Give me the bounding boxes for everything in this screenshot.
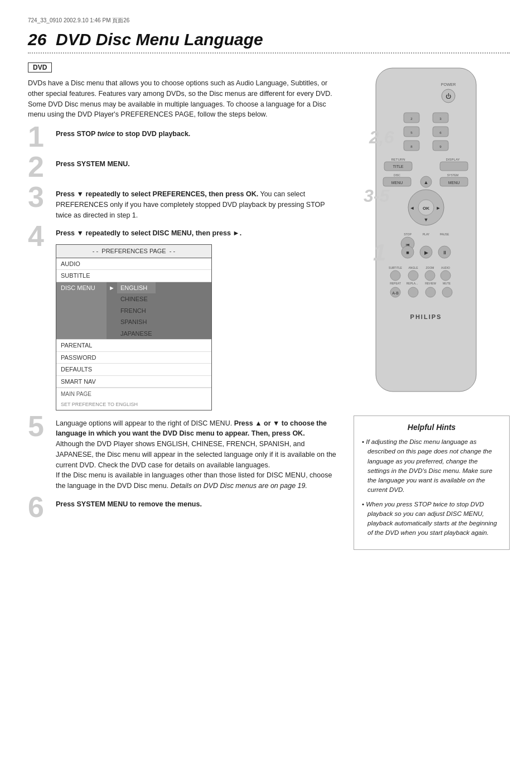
svg-text:STOP: STOP <box>404 233 412 236</box>
step-4-number: 4 <box>28 221 50 250</box>
page-meta: 724_33_0910 2002.9.10 1:46 PM 頁面26 <box>28 17 510 25</box>
prefs-row-subtitle: SUBTITLE <box>56 270 211 282</box>
prefs-row-parental: PARENTAL <box>56 340 211 352</box>
svg-text:■: ■ <box>406 250 409 255</box>
svg-text:DISPLAY: DISPLAY <box>446 158 460 161</box>
step-5: 5 Language options will appear to the ri… <box>28 416 342 491</box>
helpful-hints-box: Helpful Hints • If adjusting the Disc me… <box>354 416 510 550</box>
prefs-lang-english: ENGLISH <box>117 282 156 294</box>
step-5-number: 5 <box>28 412 50 441</box>
svg-text:⏻: ⏻ <box>446 93 451 99</box>
prefs-label-discmenu: DISC MENU <box>56 282 107 340</box>
svg-text:SYSTEM: SYSTEM <box>447 173 459 177</box>
svg-text:PAUSE: PAUSE <box>440 233 449 236</box>
prefs-bottom-mainpage: MAIN PAGE <box>56 388 211 400</box>
step-6-number: 6 <box>28 492 50 521</box>
svg-text:A-B: A-B <box>392 291 399 295</box>
svg-point-61 <box>425 287 436 297</box>
prefs-lang-french: FRENCH <box>117 305 156 317</box>
svg-text:►: ► <box>436 205 441 211</box>
step-3: 3 Press ▼ repeatedly to select PREFERENC… <box>28 187 342 220</box>
svg-text:REPEAT: REPEAT <box>390 282 401 285</box>
svg-text:MENU: MENU <box>391 181 403 185</box>
step-5-content: Language options will appear to the righ… <box>56 416 342 491</box>
svg-rect-0 <box>376 68 476 392</box>
step-2-number: 2 <box>28 152 50 181</box>
prefs-row-defaults: DEFAULTS <box>56 364 211 376</box>
svg-text:POWER: POWER <box>441 83 456 86</box>
svg-point-51 <box>408 270 418 281</box>
svg-text:MENU: MENU <box>448 181 460 185</box>
prefs-title: - - PREFERENCES PAGE - - <box>56 245 211 258</box>
svg-text:⏸: ⏸ <box>442 250 447 255</box>
hint-2: • When you press STOP twice to stop DVD … <box>362 500 501 538</box>
svg-text:2,6: 2,6 <box>369 127 394 147</box>
step-2-content: Press SYSTEM MENU. <box>56 157 342 170</box>
svg-point-52 <box>425 270 435 281</box>
svg-text:ZOOM: ZOOM <box>426 266 434 269</box>
prefs-lang-spanish: SPANISH <box>117 316 156 328</box>
svg-point-50 <box>390 270 400 281</box>
helpful-hints-text: • If adjusting the Disc menu language as… <box>362 437 501 538</box>
left-content: DVD DVDs have a Disc menu that allows yo… <box>28 62 342 550</box>
svg-text:SUBTITLE: SUBTITLE <box>389 266 403 269</box>
svg-rect-20 <box>440 162 468 171</box>
prefs-label-password: PASSWORD <box>56 352 107 364</box>
step-3-content: Press ▼ repeatedly to select PREFERENCES… <box>56 187 342 220</box>
svg-text:TITLE: TITLE <box>393 165 403 168</box>
step-3-number: 3 <box>28 182 50 211</box>
svg-text:RETURN: RETURN <box>391 158 405 161</box>
step-1: 1 Press STOP twice to stop DVD playback. <box>28 127 342 151</box>
step-1-content: Press STOP twice to stop DVD playback. <box>56 127 342 139</box>
preferences-screenshot: - - PREFERENCES PAGE - - AUDIO SUBTITLE … <box>56 244 212 410</box>
step-6-content: Press SYSTEM MENU to remove the menus. <box>56 497 342 510</box>
step-4-content: Press ▼ repeatedly to select DISC MENU, … <box>56 226 342 410</box>
section-divider <box>28 52 510 54</box>
svg-text:REPLA...: REPLA... <box>407 282 418 285</box>
prefs-label-audio: AUDIO <box>56 258 107 270</box>
svg-text:PLAY: PLAY <box>423 233 430 236</box>
svg-point-62 <box>442 287 452 297</box>
intro-paragraph-1: DVDs have a Disc menu that allows you to… <box>28 78 342 120</box>
svg-point-60 <box>408 287 418 297</box>
brand-text: PHILIPS <box>410 313 442 320</box>
prefs-arrow: ► <box>107 282 117 340</box>
prefs-lang-chinese: CHINESE <box>117 293 156 305</box>
svg-text:ANGLE: ANGLE <box>409 266 419 269</box>
right-panel: POWER ⏻ 2 3 5 6 8 9 RETURN <box>354 62 510 550</box>
page-title: 26 DVD Disc Menu Language <box>28 30 510 49</box>
remote-container: POWER ⏻ 2 3 5 6 8 9 RETURN <box>354 62 510 410</box>
svg-text:DISC: DISC <box>394 173 400 177</box>
svg-text:3-5: 3-5 <box>364 186 390 206</box>
svg-text:▲: ▲ <box>424 180 429 185</box>
step-6: 6 Press SYSTEM MENU to remove the menus. <box>28 497 342 521</box>
svg-text:▶: ▶ <box>424 250 428 255</box>
svg-text:OK: OK <box>423 206 429 211</box>
step-1-number: 1 <box>28 122 50 151</box>
prefs-label-parental: PARENTAL <box>56 340 107 351</box>
svg-text:▼: ▼ <box>424 217 429 223</box>
remote-control-svg: POWER ⏻ 2 3 5 6 8 9 RETURN <box>354 62 499 408</box>
step-4: 4 Press ▼ repeatedly to select DISC MENU… <box>28 226 342 410</box>
svg-text:REVIEW: REVIEW <box>425 282 436 285</box>
step-2: 2 Press SYSTEM MENU. <box>28 157 342 181</box>
prefs-row-password: PASSWORD <box>56 352 211 364</box>
prefs-row-audio: AUDIO <box>56 258 211 270</box>
svg-text:MUTE: MUTE <box>443 282 451 285</box>
prefs-row-discmenu: DISC MENU ► ENGLISH CHINESE FRENCH SPANI… <box>56 282 211 340</box>
svg-text:AUDIO: AUDIO <box>441 266 450 269</box>
prefs-row-smartnav: SMART NAV <box>56 376 211 388</box>
svg-text:1: 1 <box>373 239 386 265</box>
prefs-bottom-setpref: SET PREFERENCE TO ENGLISH <box>56 400 211 410</box>
prefs-label-smartnav: SMART NAV <box>56 376 107 388</box>
hint-1: • If adjusting the Disc menu language as… <box>362 437 501 495</box>
prefs-label-defaults: DEFAULTS <box>56 364 107 375</box>
svg-text:◄: ◄ <box>410 205 415 211</box>
prefs-label-subtitle: SUBTITLE <box>56 270 107 282</box>
prefs-lang-japanese: JAPANESE <box>117 328 156 340</box>
dvd-badge: DVD <box>28 62 52 73</box>
helpful-hints-title: Helpful Hints <box>362 423 501 432</box>
svg-point-53 <box>441 270 451 281</box>
